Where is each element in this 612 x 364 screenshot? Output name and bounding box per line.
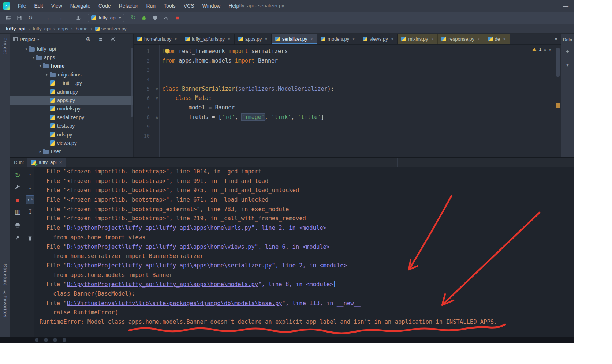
code-editor[interactable]: 1from rest_framework import serializers2… [134,45,561,157]
close-tab-icon[interactable]: × [265,36,268,42]
close-tab-icon[interactable]: × [477,36,480,42]
expand-icon[interactable]: ▾ [24,47,29,51]
debug-icon[interactable] [140,14,148,22]
expand-icon[interactable]: ▸ [38,150,43,153]
menu-item-code[interactable]: Code [94,0,115,12]
tab-models-py[interactable]: models.py× [317,34,359,44]
coverage-icon[interactable] [151,14,159,22]
tab-serializer-py[interactable]: serializer.py× [272,34,317,44]
tool-window-button-structure[interactable]: Structure [3,264,8,286]
console-file-link[interactable]: D:\Virtualenvs\luffy\lib\site-packages\d… [67,300,282,307]
fold-marker-icon[interactable]: ∨ [150,85,159,94]
breadcrumb-item-serializer-py[interactable]: serializer.py [95,26,127,31]
tab-de[interactable]: de× [484,34,510,44]
up-icon-button[interactable]: ↑ [26,171,34,180]
inspections-widget[interactable]: 1 ∧ ∨ [532,47,551,52]
console-file-link[interactable]: D:\pythonProject\luffy_api\luffy_api\app… [67,225,251,231]
menu-item-view[interactable]: View [47,0,66,12]
menu-item-edit[interactable]: Edit [30,0,47,12]
tree-item-views-py[interactable]: views.py [10,139,133,147]
clear-icon-button[interactable] [26,234,34,243]
menu-item-window[interactable]: Window [198,0,225,12]
tree-item-init-py[interactable]: __init__.py [10,79,133,87]
tree-item-urls-py[interactable]: urls.py [10,130,133,139]
chevron-down-icon[interactable]: ▾ [564,61,572,69]
rerun-icon-button[interactable]: ↻ [13,171,22,180]
stop-icon-button[interactable]: ■ [13,195,22,204]
menu-item-navigate[interactable]: Navigate [66,0,94,12]
breadcrumb-item-luffy-api[interactable]: luffy_api [6,26,25,31]
settings-icon[interactable] [109,35,117,43]
fold-marker-icon[interactable]: ∨ [150,94,159,103]
tree-item-models-py[interactable]: models.py [10,105,133,113]
save-icon[interactable] [15,14,23,22]
locate-icon[interactable]: ⊕ [84,35,92,43]
menu-item-run[interactable]: Run [142,0,160,12]
status-item[interactable] [53,338,57,342]
chevron-down-icon[interactable]: ∨ [549,48,551,52]
profiler-icon[interactable] [162,14,170,22]
tab-home-urls-py[interactable]: home\urls.py× [134,34,181,44]
stop-icon[interactable]: ■ [173,14,181,22]
close-tab-icon[interactable]: × [228,36,231,42]
project-scrollbar[interactable] [131,48,133,117]
database-tool-button[interactable]: Data [563,37,572,42]
breadcrumb-item-luffy-api[interactable]: luffy_api [33,26,51,31]
menu-item-tools[interactable]: Tools [160,0,180,12]
close-tab-icon[interactable]: × [352,36,355,42]
tree-item-tests-py[interactable]: tests.py [10,122,133,130]
layout-icon-button[interactable]: ▦ [13,207,22,216]
tree-item-admin-py[interactable]: admin.py [10,87,133,96]
menu-item-vcs[interactable]: VCS [180,0,198,12]
close-tab-icon[interactable]: × [310,36,313,42]
expand-icon[interactable]: ▸ [45,73,50,76]
console-file-link[interactable]: D:\pythonProject\luffy_api\luffy_api\app… [67,281,258,288]
editor-scrollbar[interactable] [555,45,561,157]
warning-stripe-mark[interactable] [556,103,560,108]
add-icon[interactable]: + [564,48,572,56]
pin-icon-button[interactable] [13,234,22,243]
tree-item-luffy-api[interactable]: ▾luffy_api [10,45,133,53]
menu-item-refactor[interactable]: Refactor [115,0,142,12]
close-tab-icon[interactable]: × [431,36,434,42]
tab-mixins-py[interactable]: mixins.py× [398,34,438,44]
user-icon[interactable] [75,14,83,22]
status-item[interactable] [44,338,48,342]
hide-icon[interactable]: — [122,35,130,43]
build-icon-button[interactable] [13,183,22,191]
tree-item-apps[interactable]: ▾apps [10,53,133,61]
fold-marker-icon[interactable]: ∧ [150,113,159,122]
breadcrumb-item-apps[interactable]: apps [58,26,68,31]
run-console[interactable]: File "<frozen importlib._bootstrap>", li… [34,167,574,337]
tool-window-button-favorites[interactable]: Favorites [3,296,8,318]
print-icon-button[interactable] [13,221,22,229]
collapse-all-icon[interactable]: ≡ [97,35,105,43]
menu-item-file[interactable]: File [14,0,30,12]
chevron-up-icon[interactable]: ∧ [544,48,546,52]
close-tab-icon[interactable]: × [391,36,394,42]
tab-overflow-chevron[interactable]: ▾ [551,37,561,42]
run-tab-luffy-api[interactable]: luffy_api × [27,158,66,167]
tab-luffy-api-urls-py[interactable]: luffy_api\urls.py× [181,34,235,44]
tree-item-home[interactable]: ▾home [10,62,133,70]
breadcrumb-item-home[interactable]: home [76,26,88,31]
intention-bulb-icon[interactable] [165,49,169,53]
tree-item-apps-py[interactable]: apps.py [10,96,133,104]
tool-window-button-project[interactable]: Project [3,37,8,54]
tab-views-py[interactable]: views.py× [359,34,398,44]
console-file-link[interactable]: D:\pythonProject\luffy_api\luffy_api\app… [67,262,272,269]
status-item[interactable] [35,338,38,342]
status-item[interactable] [63,338,66,342]
run-config-selector[interactable]: luffy_api▾ [88,14,124,22]
close-tab-icon[interactable]: × [503,36,506,42]
open-icon[interactable] [4,14,12,22]
tab-response-py[interactable]: response.py× [438,34,484,44]
expand-icon[interactable]: ▾ [38,64,43,68]
scrollbar-thumb[interactable] [556,48,560,77]
softwrap-icon-button[interactable]: ↩ [26,195,34,204]
forward-icon[interactable]: → [56,14,64,22]
tree-item-migrations[interactable]: ▸migrations [10,70,133,79]
tree-item-user[interactable]: ▸user [10,147,133,156]
minimize-button[interactable]: — [559,0,572,12]
run-icon[interactable]: ↻ [129,14,137,22]
